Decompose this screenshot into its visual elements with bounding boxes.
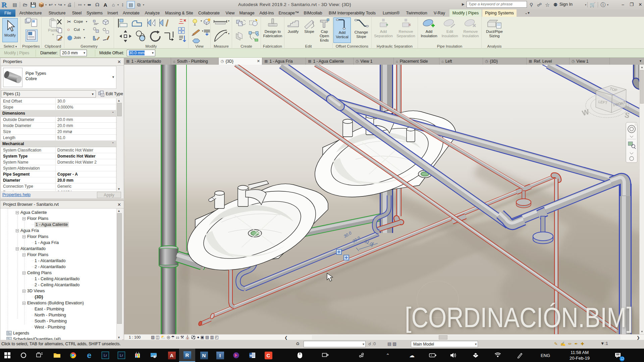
svg-text:[CORDINACIÓN.BIM]: [CORDINACIÓN.BIM] [405, 302, 633, 333]
svg-text:W: W [250, 354, 253, 357]
svg-text:R: R [1, 1, 7, 9]
